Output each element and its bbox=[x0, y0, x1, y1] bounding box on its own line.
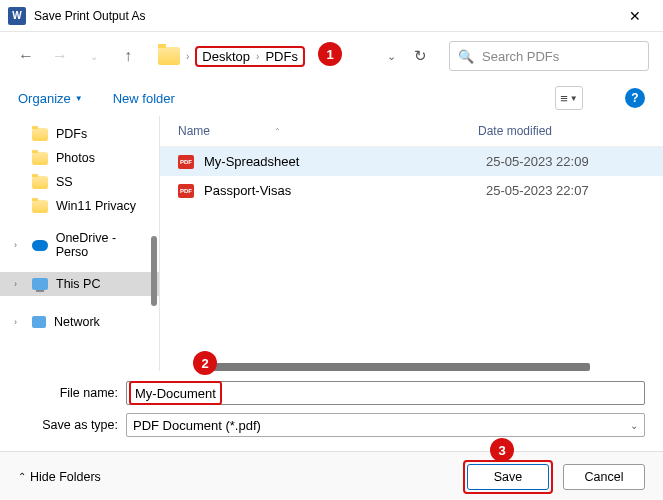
chevron-right-icon: › bbox=[186, 51, 189, 62]
hide-folders-label: Hide Folders bbox=[30, 470, 101, 484]
file-name: Passport-Visas bbox=[204, 183, 486, 198]
footer: ⌃ Hide Folders Save Cancel bbox=[0, 451, 663, 500]
folder-icon bbox=[32, 152, 48, 165]
filename-value: My-Document bbox=[135, 386, 216, 401]
search-icon: 🔍 bbox=[458, 49, 474, 64]
sidebar-item-thispc[interactable]: ›This PC bbox=[0, 272, 159, 296]
save-button-annotation: Save bbox=[463, 460, 553, 494]
sidebar-label: This PC bbox=[56, 277, 100, 291]
filename-row: File name: My-Document bbox=[18, 381, 645, 405]
saveastype-row: Save as type: PDF Document (*.pdf) ⌄ bbox=[18, 413, 645, 437]
chevron-down-icon: ▼ bbox=[75, 94, 83, 103]
chevron-down-icon: ⌄ bbox=[630, 420, 638, 431]
sidebar-item-pdfs[interactable]: PDFs bbox=[0, 122, 159, 146]
folder-icon bbox=[32, 176, 48, 189]
cancel-button[interactable]: Cancel bbox=[563, 464, 645, 490]
sidebar-item-network[interactable]: ›Network bbox=[0, 310, 159, 334]
file-list-header: Name⌃ Date modified bbox=[160, 116, 663, 147]
file-date: 25-05-2023 22:09 bbox=[486, 154, 589, 169]
column-date[interactable]: Date modified bbox=[478, 124, 645, 138]
navigation-bar: ← → ⌄ ↑ › Desktop › PDFs 1 ⌄ ↻ 🔍 Search … bbox=[0, 32, 663, 80]
pdf-icon: PDF bbox=[178, 184, 194, 198]
view-options-button[interactable]: ≡ ▼ bbox=[555, 86, 583, 110]
help-button[interactable]: ? bbox=[625, 88, 645, 108]
hide-folders-button[interactable]: ⌃ Hide Folders bbox=[18, 470, 101, 484]
window-title: Save Print Output As bbox=[34, 9, 615, 23]
organize-menu[interactable]: Organize ▼ bbox=[18, 91, 83, 106]
main-area: PDFs Photos SS Win11 Privacy ›OneDrive -… bbox=[0, 116, 663, 371]
organize-label: Organize bbox=[18, 91, 71, 106]
sidebar-label: SS bbox=[56, 175, 73, 189]
sidebar-label: Network bbox=[54, 315, 100, 329]
nav-dropdown-icon[interactable]: ⌄ bbox=[82, 44, 106, 68]
breadcrumb-pdfs[interactable]: PDFs bbox=[265, 49, 298, 64]
filename-input[interactable]: My-Document bbox=[126, 381, 645, 405]
network-icon bbox=[32, 316, 46, 328]
address-dropdown-icon[interactable]: ⌄ bbox=[387, 50, 396, 63]
sidebar-label: OneDrive - Perso bbox=[56, 231, 151, 259]
up-button[interactable]: ↑ bbox=[116, 44, 140, 68]
refresh-button[interactable]: ↻ bbox=[414, 47, 427, 65]
pdf-icon: PDF bbox=[178, 155, 194, 169]
chevron-right-icon: › bbox=[256, 51, 259, 62]
annotation-badge-1: 1 bbox=[318, 42, 342, 66]
forward-button[interactable]: → bbox=[48, 44, 72, 68]
horizontal-scrollbar[interactable] bbox=[200, 363, 590, 371]
breadcrumb-desktop[interactable]: Desktop bbox=[202, 49, 250, 64]
pc-icon bbox=[32, 278, 48, 290]
saveastype-label: Save as type: bbox=[18, 418, 126, 432]
saveastype-select[interactable]: PDF Document (*.pdf) ⌄ bbox=[126, 413, 645, 437]
sidebar-scrollbar[interactable] bbox=[151, 236, 157, 306]
save-button[interactable]: Save bbox=[467, 464, 549, 490]
new-folder-button[interactable]: New folder bbox=[113, 91, 175, 106]
sidebar-label: PDFs bbox=[56, 127, 87, 141]
sidebar-item-photos[interactable]: Photos bbox=[0, 146, 159, 170]
sort-asc-icon: ⌃ bbox=[274, 127, 281, 136]
close-button[interactable]: ✕ bbox=[615, 2, 655, 30]
chevron-right-icon: › bbox=[14, 240, 24, 250]
file-row[interactable]: PDF My-Spreadsheet 25-05-2023 22:09 bbox=[160, 147, 663, 176]
cloud-icon bbox=[32, 240, 48, 251]
file-list: Name⌃ Date modified PDF My-Spreadsheet 2… bbox=[160, 116, 663, 371]
sidebar-label: Photos bbox=[56, 151, 95, 165]
titlebar: W Save Print Output As ✕ bbox=[0, 0, 663, 32]
folder-icon bbox=[32, 128, 48, 141]
annotation-badge-2: 2 bbox=[193, 351, 217, 375]
navigation-sidebar: PDFs Photos SS Win11 Privacy ›OneDrive -… bbox=[0, 116, 160, 371]
sidebar-item-onedrive[interactable]: ›OneDrive - Perso bbox=[0, 226, 159, 264]
column-label: Name bbox=[178, 124, 210, 138]
toolbar: Organize ▼ New folder ≡ ▼ ? bbox=[0, 80, 663, 116]
search-input[interactable]: 🔍 Search PDFs bbox=[449, 41, 649, 71]
saveastype-value: PDF Document (*.pdf) bbox=[133, 418, 261, 433]
form-area: File name: My-Document Save as type: PDF… bbox=[0, 371, 663, 451]
file-row[interactable]: PDF Passport-Visas 25-05-2023 22:07 bbox=[160, 176, 663, 205]
file-name: My-Spreadsheet bbox=[204, 154, 486, 169]
chevron-right-icon: › bbox=[14, 279, 24, 289]
column-name[interactable]: Name⌃ bbox=[178, 124, 478, 138]
sidebar-label: Win11 Privacy bbox=[56, 199, 136, 213]
sidebar-item-win11privacy[interactable]: Win11 Privacy bbox=[0, 194, 159, 218]
back-button[interactable]: ← bbox=[14, 44, 38, 68]
search-placeholder: Search PDFs bbox=[482, 49, 559, 64]
folder-icon bbox=[32, 200, 48, 213]
filename-label: File name: bbox=[18, 386, 126, 400]
chevron-right-icon: › bbox=[14, 317, 24, 327]
sidebar-item-ss[interactable]: SS bbox=[0, 170, 159, 194]
address-bar[interactable]: › Desktop › PDFs bbox=[158, 46, 305, 67]
breadcrumb[interactable]: Desktop › PDFs bbox=[195, 46, 305, 67]
file-date: 25-05-2023 22:07 bbox=[486, 183, 589, 198]
chevron-up-icon: ⌃ bbox=[18, 471, 26, 482]
annotation-badge-3: 3 bbox=[490, 438, 514, 462]
word-app-icon: W bbox=[8, 7, 26, 25]
folder-icon bbox=[158, 47, 180, 65]
